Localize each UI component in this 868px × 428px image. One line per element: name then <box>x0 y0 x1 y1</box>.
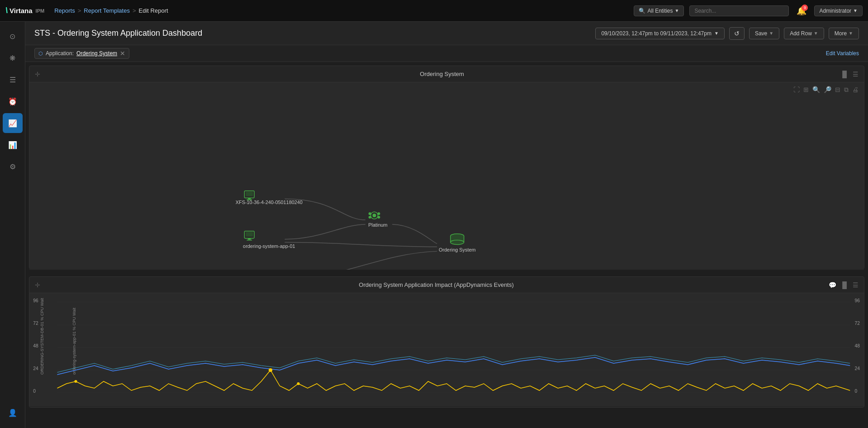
svg-point-9 <box>377 216 380 219</box>
y-axis-label-24-left: 24 <box>33 366 38 371</box>
topology-body: ⛶ ⊞ 🔍 🔎 ⊟ ⧉ 🖨 <box>29 82 864 270</box>
save-button[interactable]: Save ▼ <box>749 28 779 39</box>
time-range-button[interactable]: 09/10/2023, 12:47pm to 09/11/2023, 12:47… <box>595 28 724 39</box>
chevron-down-icon: ▼ <box>769 31 773 36</box>
y-axis-label-96-left: 96 <box>33 298 38 303</box>
svg-point-7 <box>377 212 380 215</box>
panel-menu-icon[interactable]: ☰ <box>853 281 859 289</box>
y-axis-label-0-right: 0 <box>855 389 858 394</box>
yellow-line-chart <box>57 370 850 390</box>
sidebar-item-analytics[interactable]: 📈 <box>3 113 23 133</box>
print-icon[interactable]: 🖨 <box>852 86 859 94</box>
panel-menu-icon[interactable]: ☰ <box>853 71 859 78</box>
breadcrumb-current: Edit Report <box>139 7 168 14</box>
svg-rect-11 <box>246 232 253 237</box>
fullscreen-icon[interactable]: ⛶ <box>793 86 800 94</box>
chart-drag-handle[interactable]: ✛ <box>35 281 40 289</box>
y-axis-label-72-left: 72 <box>33 321 38 326</box>
edit-variables-link[interactable]: Edit Variables <box>826 50 859 57</box>
node-app01[interactable] <box>244 231 254 241</box>
axis-label-app01: ordering-system-app-01 % CPU Wait <box>72 308 76 375</box>
fit-icon[interactable]: ⊞ <box>803 86 809 94</box>
chart-svg: 96 72 48 24 0 96 72 48 24 0 ORDERING-SYS… <box>29 293 864 406</box>
zoom-out-icon[interactable]: 🔎 <box>824 86 831 94</box>
entity-selector-label: All Entities <box>647 8 673 14</box>
search-input[interactable] <box>694 8 784 14</box>
save-label: Save <box>755 30 767 37</box>
logo-ipm: IPM <box>36 8 45 14</box>
logo-v: \ <box>5 6 8 15</box>
more-label: More <box>835 30 847 37</box>
clone-icon[interactable]: ⧉ <box>844 86 849 94</box>
sidebar-item-insights[interactable]: 📊 <box>3 135 23 155</box>
axis-label-db01: ORDERING-SYSTEM-DB-01 % CPU Wait <box>40 298 44 375</box>
add-row-button[interactable]: Add Row ▼ <box>784 28 824 39</box>
node-platinum-label: Platinum <box>368 222 387 228</box>
node-ordering-system-label: Ordering System <box>439 247 476 252</box>
entity-selector[interactable]: 🔍 All Entities ▼ <box>634 5 684 16</box>
drag-handle[interactable]: ✛ <box>35 71 40 78</box>
user-icon: 👤 <box>8 409 17 417</box>
breadcrumb-reports[interactable]: Reports <box>54 7 75 14</box>
top-nav: \ Virtana IPM Reports > Report Templates… <box>0 0 868 22</box>
breadcrumb-templates[interactable]: Report Templates <box>84 7 130 14</box>
breadcrumb: Reports > Report Templates > Edit Report <box>54 7 168 14</box>
user-menu[interactable]: Administrator ▼ <box>814 5 863 16</box>
y-axis-label-24-right: 24 <box>855 366 860 371</box>
logo-virtana: Virtana <box>9 7 33 14</box>
blue-line-chart <box>57 357 850 375</box>
sidebar-item-dashboard[interactable]: ⊙ <box>3 26 23 46</box>
page-title: STS - Ordering System Application Dashbo… <box>34 29 591 38</box>
bar-chart-icon[interactable]: ▐▌ <box>840 71 849 78</box>
chevron-down-icon: ▼ <box>849 31 853 36</box>
search-icon: 🔍 <box>639 8 645 14</box>
event-dot <box>74 380 77 383</box>
chart-panel-controls: 💬 ▐▌ ☰ <box>829 281 859 289</box>
chat-icon[interactable]: 💬 <box>829 281 836 289</box>
chart-body: 96 72 48 24 0 96 72 48 24 0 ORDERING-SYS… <box>29 293 864 406</box>
zoom-in-icon[interactable]: 🔍 <box>812 86 820 94</box>
y-axis-label-0-left: 0 <box>33 389 36 394</box>
bar-chart-icon[interactable]: ▐▌ <box>840 281 849 289</box>
sidebar-item-settings[interactable]: ⚙ <box>3 157 23 176</box>
breadcrumb-sep2: > <box>133 7 136 14</box>
node-xfs-label: XFS-10-36-4-240-0501180240 <box>236 200 303 205</box>
chevron-down-icon: ▼ <box>853 8 858 13</box>
node-xfs[interactable] <box>244 191 254 200</box>
global-search[interactable] <box>689 5 789 16</box>
sidebar: ⊙ ❋ ☰ ⏰ 📈 📊 ⚙ 👤 <box>0 22 25 428</box>
topology-panel: ✛ Ordering System ▐▌ ☰ ⛶ ⊞ 🔍 🔎 ⊟ ⧉ 🖨 <box>29 66 864 269</box>
notification-badge: 9 <box>802 5 808 11</box>
chevron-down-icon: ▼ <box>714 31 719 36</box>
node-platinum[interactable] <box>369 212 380 219</box>
variable-label: Application: <box>46 50 74 57</box>
sidebar-item-user[interactable]: 👤 <box>3 403 23 423</box>
variable-icon: ⬡ <box>38 51 43 57</box>
sidebar-item-alerts[interactable]: ⏰ <box>3 91 23 111</box>
y-axis-label-48-left: 48 <box>33 343 38 348</box>
svg-rect-1 <box>246 192 253 196</box>
variables-bar: ⬡ Application: Ordering System ✕ Edit Va… <box>25 45 868 62</box>
variable-close-button[interactable]: ✕ <box>120 50 125 57</box>
chevron-down-icon: ▼ <box>814 31 818 36</box>
sidebar-item-topology[interactable]: ❋ <box>3 48 23 68</box>
more-button[interactable]: More ▼ <box>829 28 859 39</box>
variable-tag[interactable]: ⬡ Application: Ordering System ✕ <box>34 48 129 59</box>
refresh-button[interactable]: ↺ <box>729 27 745 40</box>
add-row-label: Add Row <box>790 30 812 37</box>
event-dot <box>297 382 299 385</box>
breadcrumb-sep1: > <box>78 7 81 14</box>
svg-rect-13 <box>247 240 252 241</box>
y-axis-label-48-right: 48 <box>855 343 860 348</box>
svg-point-6 <box>369 212 371 215</box>
grid-icon[interactable]: ⊟ <box>835 86 840 94</box>
light-blue-line-chart <box>57 355 850 372</box>
settings-icon: ⚙ <box>9 162 16 171</box>
sidebar-item-reports[interactable]: ☰ <box>3 70 23 90</box>
main-content: STS - Ordering System Application Dashbo… <box>25 22 868 428</box>
notifications-button[interactable]: 🔔 9 <box>794 4 809 18</box>
y-axis-label-72-right: 72 <box>855 321 860 326</box>
svg-rect-2 <box>248 198 251 200</box>
node-ordering-system[interactable] <box>451 234 464 245</box>
page-header: STS - Ordering System Application Dashbo… <box>25 22 868 45</box>
